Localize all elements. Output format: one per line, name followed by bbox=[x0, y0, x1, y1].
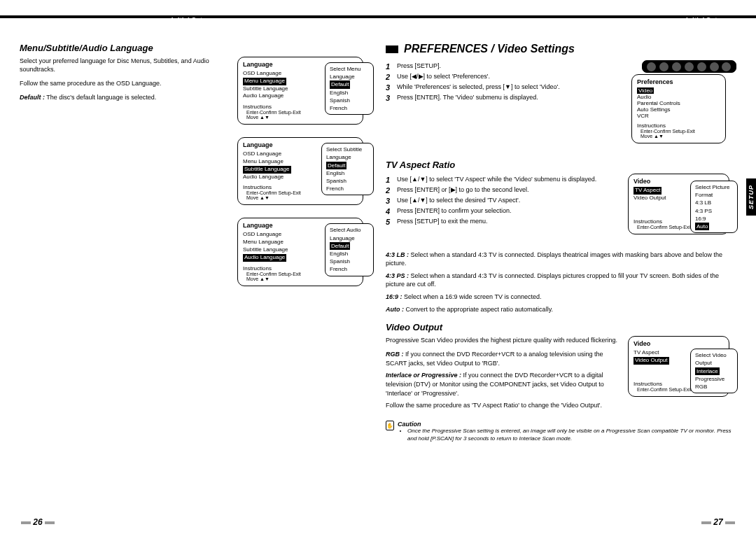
header-left: Initial Setup bbox=[171, 17, 211, 24]
left-intro: Select your preferred language for Disc … bbox=[20, 57, 229, 73]
side-tab-setup: SETUP bbox=[746, 178, 756, 216]
page-number-left: 26 bbox=[21, 517, 55, 527]
prefs-steps: 1Press [SETUP]. 2Use [◀/▶] to select 'Pr… bbox=[386, 62, 624, 102]
output-title: Video Output bbox=[386, 322, 736, 332]
caution-label: Caution bbox=[398, 421, 736, 428]
hand-icon: ✋ bbox=[386, 421, 394, 430]
left-page: Menu/Subtitle/Audio Language Select your… bbox=[20, 43, 370, 442]
left-follow-same: Follow the same procedure as the OSD Lan… bbox=[20, 79, 229, 87]
osd-preferences: Preferences Video Audio Parental Control… bbox=[631, 74, 726, 143]
default-text: The disc's default language is selected. bbox=[46, 94, 156, 101]
popup-video-output: Select Video Output Interlace Progressiv… bbox=[690, 349, 738, 393]
left-section-title: Menu/Subtitle/Audio Language bbox=[20, 43, 370, 53]
heading-bar bbox=[386, 45, 398, 53]
popup-picture-format: Select Picture Format 4:3 LB 4:3 PS 16:9… bbox=[690, 181, 738, 233]
popup-select-subtitle: Select Subtitle Language Default English… bbox=[321, 143, 374, 195]
right-page: PREFERENCES / Video Settings 1Press [SET… bbox=[386, 43, 736, 442]
prefs-title: PREFERENCES / Video Settings bbox=[404, 43, 575, 55]
icon-row bbox=[642, 60, 736, 73]
aspect-title: TV Aspect Ratio bbox=[386, 160, 736, 170]
page-number-right: 27 bbox=[701, 517, 735, 527]
popup-select-audio: Select Audio Language Default English Sp… bbox=[325, 223, 374, 276]
popup-select-menu: Select Menu Language Default English Spa… bbox=[325, 62, 374, 115]
caution-text: Once the Progressive Scan setting is ent… bbox=[407, 428, 736, 442]
header-right: Initial Setup bbox=[685, 17, 725, 24]
default-label: Default : bbox=[20, 94, 45, 101]
